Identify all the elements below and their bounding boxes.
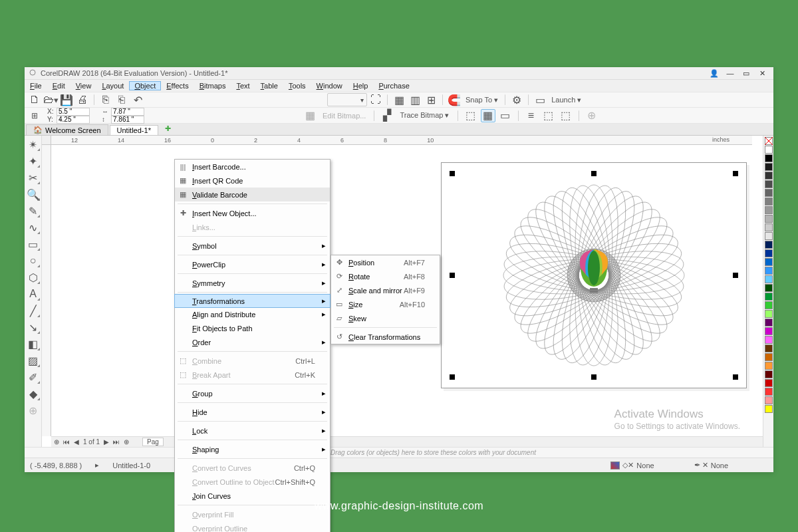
new-tab-button[interactable]: ✚: [161, 122, 176, 135]
color-swatch[interactable]: [765, 336, 773, 344]
menu-item-rotate[interactable]: ⟳RotateAlt+F8: [331, 269, 440, 283]
color-swatch[interactable]: [765, 310, 773, 318]
grid-button[interactable]: ▦: [392, 93, 406, 106]
x-position-input[interactable]: [57, 108, 90, 116]
menu-view[interactable]: View: [70, 81, 97, 90]
menu-item-insert-barcode-[interactable]: |||Insert Barcode...: [175, 160, 330, 174]
ruler-vertical[interactable]: [42, 145, 51, 436]
color-swatch[interactable]: [765, 180, 773, 188]
tab-untitled[interactable]: Untitled-1*: [110, 125, 158, 135]
ellipse-tool[interactable]: ○: [26, 253, 41, 268]
artistic-tool[interactable]: ∿: [26, 220, 41, 235]
print-button[interactable]: 🖨: [75, 93, 90, 106]
color-swatch[interactable]: [765, 232, 773, 240]
menu-effects[interactable]: Effects: [161, 81, 194, 90]
selection-handle[interactable]: [733, 171, 738, 176]
color-swatch[interactable]: [765, 206, 773, 214]
menu-item-symmetry[interactable]: Symmetry▸: [175, 276, 330, 290]
menu-item-group[interactable]: Group▸: [175, 386, 330, 400]
color-swatch[interactable]: [765, 405, 773, 413]
menu-item-symbol[interactable]: Symbol▸: [175, 239, 330, 253]
menu-item-powerclip[interactable]: PowerClip▸: [175, 257, 330, 271]
undo-button[interactable]: ↶: [130, 93, 145, 106]
color-swatch[interactable]: [765, 396, 773, 404]
color-swatch[interactable]: [765, 362, 773, 370]
menu-item-shaping[interactable]: Shaping▸: [175, 442, 330, 456]
color-swatch[interactable]: [765, 215, 773, 223]
fill-indicator[interactable]: ◇✕None: [610, 461, 654, 469]
menu-item-insert-new-object-[interactable]: ✚Insert New Object...: [175, 206, 330, 220]
quick-customize[interactable]: ⊕: [26, 403, 41, 418]
transparency-tool[interactable]: ▨: [26, 353, 41, 368]
menu-bitmaps[interactable]: Bitmaps: [194, 81, 231, 90]
color-swatch[interactable]: [765, 189, 773, 197]
menu-item-align-and-distribute[interactable]: Align and Distribute▸: [175, 307, 330, 321]
menu-table[interactable]: Table: [255, 81, 283, 90]
menu-item-fit-objects-to-path[interactable]: Fit Objects to Path: [175, 321, 330, 335]
snap-grid-button[interactable]: ⊞: [424, 93, 438, 106]
options-button[interactable]: ⚙: [509, 93, 524, 106]
menu-item-validate-barcode[interactable]: ▦Validate Barcode: [175, 188, 330, 201]
zoom-dropdown[interactable]: ▾: [327, 93, 367, 106]
menu-item-skew[interactable]: ▱Skew: [331, 311, 440, 325]
color-swatch[interactable]: [765, 284, 773, 292]
selection-handle[interactable]: [733, 273, 738, 278]
color-swatch[interactable]: [765, 267, 773, 275]
menu-item-scale-and-mirror[interactable]: ⤢Scale and mirrorAlt+F9: [331, 283, 440, 297]
color-swatch[interactable]: [765, 344, 773, 352]
selection-handle[interactable]: [733, 374, 738, 380]
first-page-button[interactable]: ⏮: [63, 438, 70, 446]
menu-item-insert-qr-code[interactable]: ▦Insert QR Code: [175, 174, 330, 188]
color-swatch[interactable]: [765, 370, 773, 378]
user-icon[interactable]: 👤: [707, 68, 722, 78]
tab-welcome[interactable]: 🏠 Welcome Screen: [26, 124, 108, 135]
menu-object[interactable]: Object: [129, 81, 161, 90]
menu-help[interactable]: Help: [348, 81, 374, 90]
color-swatch[interactable]: [765, 327, 773, 335]
height-input[interactable]: [111, 116, 144, 124]
menu-layout[interactable]: Layout: [96, 81, 129, 90]
menu-item-clear-transformations[interactable]: ↺Clear Transformations: [331, 330, 440, 344]
y-position-input[interactable]: [57, 116, 90, 124]
wrap-button[interactable]: ⬚: [541, 109, 556, 122]
guides-button[interactable]: ▥: [408, 93, 422, 106]
minimize-button[interactable]: —: [723, 68, 737, 78]
snap-to-dropdown[interactable]: Snap To ▾: [463, 96, 501, 104]
color-swatch[interactable]: [765, 249, 773, 257]
fill-tool[interactable]: ◆: [26, 386, 41, 401]
no-color-swatch[interactable]: [765, 137, 773, 145]
fullscreen-button[interactable]: ⛶: [368, 93, 383, 106]
add-button[interactable]: ⊕: [585, 109, 599, 122]
edit-bitmap-button[interactable]: Edit Bitmap...: [320, 112, 368, 120]
color-swatch[interactable]: [765, 379, 773, 387]
ruler-origin[interactable]: [42, 136, 51, 145]
open-button[interactable]: 🗁▾: [43, 93, 58, 106]
document-palette[interactable]: Drag colors (or objects) here to store t…: [25, 447, 773, 458]
color-swatch[interactable]: [765, 154, 773, 162]
page-tab[interactable]: Pag: [142, 438, 164, 446]
dimension-tool[interactable]: ╱: [26, 303, 41, 318]
dropshadow-tool[interactable]: ◧: [26, 336, 41, 351]
ruler-horizontal[interactable]: 1214160246810inches: [51, 136, 752, 145]
close-button[interactable]: ✕: [755, 68, 769, 78]
selection-handle[interactable]: [591, 374, 597, 380]
eyedropper-tool[interactable]: ✐: [26, 370, 41, 384]
connector-tool[interactable]: ↘: [26, 320, 41, 334]
color-swatch[interactable]: [765, 146, 773, 154]
menu-item-position[interactable]: ✥PositionAlt+F7: [331, 255, 440, 269]
paste-button[interactable]: ⎗: [114, 93, 129, 106]
rectangle-tool[interactable]: ▭: [26, 237, 41, 251]
text-tool[interactable]: A: [26, 287, 41, 301]
menu-item-lock[interactable]: Lock▸: [175, 424, 330, 438]
last-page-button[interactable]: ⏭: [113, 438, 120, 446]
color-swatch[interactable]: [765, 198, 773, 205]
color-swatch[interactable]: [765, 172, 773, 180]
crop-tool[interactable]: ✂: [26, 170, 41, 185]
trace-bitmap-dropdown[interactable]: Trace Bitmap ▾: [397, 111, 452, 120]
prev-page-button[interactable]: ◀: [74, 438, 79, 446]
menu-text[interactable]: Text: [231, 81, 255, 90]
selection-handle[interactable]: [591, 171, 597, 176]
resample-button[interactable]: ▦: [481, 109, 495, 122]
maximize-button[interactable]: ▭: [739, 68, 753, 78]
color-swatch[interactable]: [765, 258, 773, 266]
